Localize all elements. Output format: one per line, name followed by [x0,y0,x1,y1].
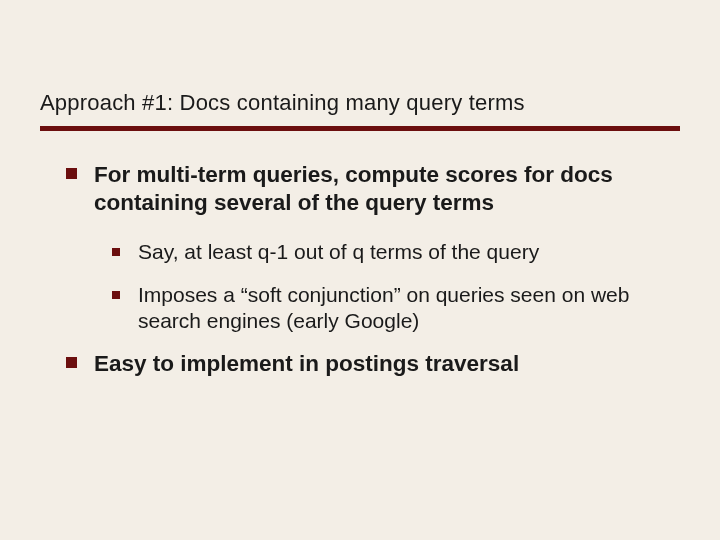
sub-bullet-item: Imposes a “soft conjunction” on queries … [108,282,660,335]
bullet-text: For multi-term queries, compute scores f… [94,162,613,215]
slide: Approach #1: Docs containing many query … [0,0,720,540]
slide-body: For multi-term queries, compute scores f… [0,131,720,378]
sub-bullet-item: Say, at least q-1 out of q terms of the … [108,239,660,265]
sub-bullet-text: Imposes a “soft conjunction” on queries … [138,283,629,332]
title-area: Approach #1: Docs containing many query … [0,0,720,122]
bullet-item: For multi-term queries, compute scores f… [60,161,660,334]
bullet-list: For multi-term queries, compute scores f… [60,161,660,378]
bullet-item: Easy to implement in postings traversal [60,350,660,378]
slide-title: Approach #1: Docs containing many query … [40,90,680,116]
bullet-text: Easy to implement in postings traversal [94,351,519,376]
sub-bullet-list: Say, at least q-1 out of q terms of the … [108,239,660,334]
sub-bullet-text: Say, at least q-1 out of q terms of the … [138,240,539,263]
